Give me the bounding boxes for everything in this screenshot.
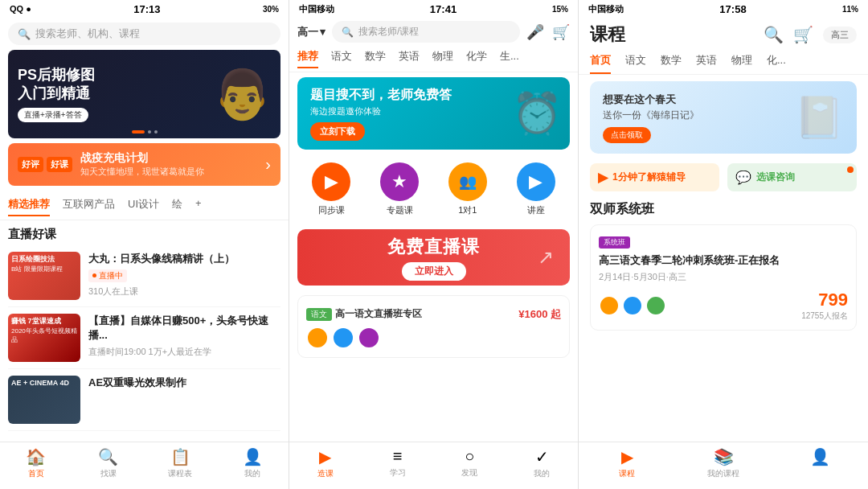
p2-free-arrow-icon: ↗ bbox=[538, 246, 554, 269]
p2-course-tag: 语文 bbox=[306, 308, 332, 321]
nav-find[interactable]: 🔍 找课 bbox=[72, 447, 145, 479]
p2-tab-math[interactable]: 数学 bbox=[365, 49, 386, 68]
tab-ui[interactable]: UI设计 bbox=[128, 197, 159, 216]
p3-quick-explain-label: 1分钟了解猿辅导 bbox=[612, 171, 686, 184]
course-title-2: 【直播】自媒体日赚500+，头条号快速播... bbox=[88, 314, 280, 343]
course-item-1[interactable]: 日系绘圈技法B站 限量限期课程 大丸：日系头像线稿精讲（上） 直播中 310人在… bbox=[8, 245, 280, 307]
nav-mine-label: 我的 bbox=[244, 468, 260, 479]
promo-text-1: 战疫充电计划 知天文懂地理，现世诸葛就是你 bbox=[80, 151, 204, 178]
p3-banner-btn[interactable]: 点击领取 bbox=[603, 127, 651, 143]
p3-course-tag-row: 系统班 bbox=[599, 233, 848, 249]
tab-internet[interactable]: 互联网产品 bbox=[63, 197, 115, 216]
p3-nav-mycourse-label: 我的课程 bbox=[707, 468, 739, 479]
p2-banner-text: 题目搜不到，老师免费答 海边搜题邀你体验 立刻下载 bbox=[310, 87, 452, 141]
p3-tab-chinese[interactable]: 语文 bbox=[625, 53, 646, 74]
create-icon: ▶ bbox=[319, 447, 331, 466]
p2-icon-topic[interactable]: ★ 专题课 bbox=[366, 162, 434, 216]
p2-banner[interactable]: 题目搜不到，老师免费答 海边搜题邀你体验 立刻下载 ⏰ bbox=[297, 77, 570, 150]
p2-free-banner[interactable]: 免费直播课 立即进入 ↗ bbox=[297, 229, 570, 286]
p3-bottom-nav: ▶ 课程 📚 我的课程 👤 bbox=[579, 442, 868, 489]
search-placeholder-1: 搜索老师、机构、课程 bbox=[35, 27, 140, 41]
search-icon-2: 🔍 bbox=[342, 27, 354, 38]
lecture-label: 讲座 bbox=[527, 204, 545, 216]
p3-banner-text: 想要在这个春天 送你一份《海绵日记》 点击领取 bbox=[603, 92, 699, 143]
discover-icon: ○ bbox=[465, 447, 474, 466]
p2-course-section[interactable]: 语文 高一语文直播班专区 ¥1600 起 bbox=[297, 295, 570, 358]
p2-nav-study[interactable]: ≡ 学习 bbox=[362, 447, 434, 479]
p2-icon-oneone[interactable]: 👥 1对1 bbox=[434, 162, 502, 216]
p3-course-tag: 系统班 bbox=[599, 236, 630, 249]
course-item-2[interactable]: 赚钱 7堂课速成2020年头条号短视频精品 【直播】自媒体日赚500+，头条号快… bbox=[8, 307, 280, 369]
p3-header-right: 🔍 🛒 高三 bbox=[764, 25, 857, 44]
p3-quick-consult[interactable]: 💬 选课咨询 bbox=[727, 163, 857, 191]
play-icon-3: ▶ bbox=[598, 170, 608, 185]
nav-home[interactable]: 🏠 首页 bbox=[0, 447, 72, 479]
p3-tab-math[interactable]: 数学 bbox=[661, 53, 682, 74]
promo-title-1: 战疫充电计划 bbox=[80, 151, 204, 166]
p3-nav-course[interactable]: ▶ 课程 bbox=[579, 447, 675, 479]
status-right-1: 30% bbox=[263, 5, 279, 14]
badge-1: 好评 bbox=[18, 157, 43, 172]
p3-nav-profile[interactable]: 👤 bbox=[772, 447, 868, 479]
tab-featured[interactable]: 精选推荐 bbox=[8, 197, 50, 216]
p2-nav-discover[interactable]: ○ 发现 bbox=[434, 447, 506, 479]
category-tabs-1: 精选推荐 互联网产品 UI设计 绘 + bbox=[0, 191, 289, 220]
p2-icon-sync[interactable]: ▶ 同步课 bbox=[297, 162, 366, 216]
p2-course-avatars bbox=[306, 327, 561, 349]
p2-course-tag-wrapper: 语文 高一语文直播班专区 bbox=[306, 306, 422, 321]
p2-header: 高一 ▾ 🔍 搜索老师/课程 🎤 🛒 bbox=[289, 18, 578, 46]
nav-schedule[interactable]: 📋 课程表 bbox=[145, 447, 217, 479]
p3-price-block: 799 12755人报名 bbox=[801, 290, 848, 322]
p2-tab-chemistry[interactable]: 化学 bbox=[466, 49, 487, 68]
p3-tab-english[interactable]: 英语 bbox=[696, 53, 717, 74]
search-bar-1[interactable]: 🔍 搜索老师、机构、课程 bbox=[8, 23, 280, 45]
p2-tab-chinese[interactable]: 语文 bbox=[331, 49, 352, 68]
status-left-2: 中国移动 bbox=[299, 3, 334, 15]
mic-icon[interactable]: 🎤 bbox=[526, 23, 544, 41]
p3-course-card[interactable]: 系统班 高三语文春季二轮冲刺系统班-正在报名 2月14日·5月30日·高三 79… bbox=[590, 224, 857, 331]
badge-2: 好课 bbox=[47, 157, 72, 172]
promo-card-1[interactable]: 好评 好课 战疫充电计划 知天文懂地理，现世诸葛就是你 › bbox=[8, 143, 280, 186]
grade-select[interactable]: 高一 ▾ bbox=[297, 25, 326, 39]
p2-nav-mine[interactable]: ✓ 我的 bbox=[506, 447, 578, 479]
tab-more[interactable]: + bbox=[195, 197, 202, 216]
p3-tab-physics[interactable]: 物理 bbox=[731, 53, 752, 74]
cart-icon-3[interactable]: 🛒 bbox=[793, 25, 813, 44]
p3-tab-home[interactable]: 首页 bbox=[590, 53, 611, 74]
p2-tab-english[interactable]: 英语 bbox=[399, 49, 420, 68]
p3-nav-mycourse[interactable]: 📚 我的课程 bbox=[675, 447, 772, 479]
tab-drawing[interactable]: 绘 bbox=[172, 197, 182, 216]
cart-icon[interactable]: 🛒 bbox=[552, 23, 570, 41]
course-item-3[interactable]: AE + CINEMA 4D AE双重曝光效果制作 bbox=[8, 369, 280, 431]
time-2: 17:41 bbox=[430, 3, 457, 15]
profile-icon: 👤 bbox=[810, 447, 830, 466]
p2-icon-lecture[interactable]: ▶ 讲座 bbox=[502, 162, 570, 216]
p2-nav-create[interactable]: ▶ 造课 bbox=[289, 447, 362, 479]
p2-nav-mine-label: 我的 bbox=[534, 468, 550, 479]
p3-course-name: 高三语文春季二轮冲刺系统班-正在报名 bbox=[599, 253, 848, 268]
p2-tab-bio[interactable]: 生... bbox=[500, 49, 519, 68]
p3-banner[interactable]: 想要在这个春天 送你一份《海绵日记》 点击领取 📔 bbox=[590, 81, 857, 154]
p3-quick-explain[interactable]: ▶ 1分钟了解猿辅导 bbox=[590, 163, 719, 191]
p2-free-btn[interactable]: 立即进入 bbox=[402, 262, 466, 281]
p3-tab-chemistry[interactable]: 化... bbox=[767, 53, 786, 74]
grade-chevron-icon: ▾ bbox=[320, 26, 326, 38]
nav-home-label: 首页 bbox=[28, 468, 44, 479]
banner-dots bbox=[132, 130, 158, 134]
bottom-nav-1: 🏠 首页 🔍 找课 📋 课程表 👤 我的 bbox=[0, 442, 289, 489]
p2-tab-recommend[interactable]: 推荐 bbox=[297, 49, 318, 68]
main-banner-1[interactable]: PS后期修图 入门到精通 直播+录播+答答 👨 bbox=[8, 50, 280, 138]
p2-search[interactable]: 🔍 搜索老师/课程 bbox=[332, 21, 520, 43]
p2-banner-btn[interactable]: 立刻下载 bbox=[310, 122, 365, 141]
p3-banner-line1: 想要在这个春天 bbox=[603, 92, 699, 107]
p3-enrolled: 12755人报名 bbox=[801, 310, 848, 322]
status-bar-1: QQ ● 17:13 30% bbox=[0, 0, 289, 18]
nav-mine[interactable]: 👤 我的 bbox=[216, 447, 289, 479]
search-icon-1: 🔍 bbox=[18, 28, 31, 40]
p2-tab-physics[interactable]: 物理 bbox=[432, 49, 453, 68]
p2-icon-row: ▶ 同步课 ★ 专题课 👥 1对1 ▶ 讲座 bbox=[289, 154, 578, 224]
search-icon-3[interactable]: 🔍 bbox=[764, 25, 784, 44]
p3-grade-badge[interactable]: 高三 bbox=[823, 27, 857, 43]
course-info-3: AE双重曝光效果制作 bbox=[88, 376, 280, 390]
p2-banner-title: 题目搜不到，老师免费答 bbox=[310, 87, 452, 104]
